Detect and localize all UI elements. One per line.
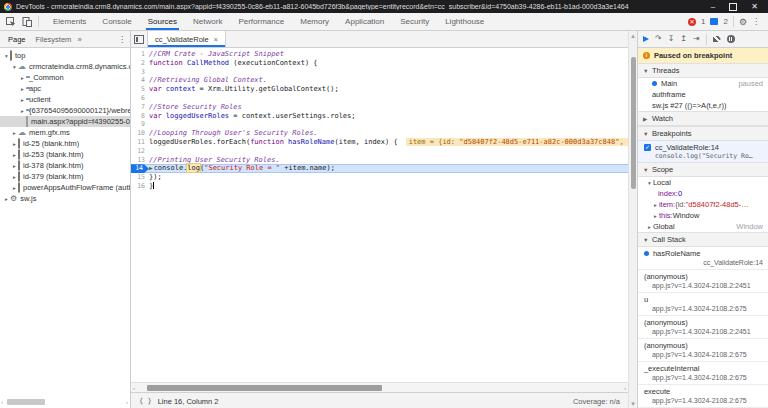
resume-script-icon[interactable] <box>643 36 649 42</box>
breakpoint-checkbox[interactable]: ✓ <box>644 144 651 151</box>
callstack-frame[interactable]: (anonymous)app.js?v=1.4.3024-2108.2:675 <box>638 339 768 362</box>
minimize-button[interactable]: – <box>711 2 715 11</box>
tree-arrow-icon[interactable]: ▾ <box>11 64 18 70</box>
code-line[interactable]: 12 <box>131 147 628 156</box>
line-number[interactable]: 15 <box>131 173 149 182</box>
tree-arrow-icon[interactable]: ▸ <box>11 141 18 147</box>
tree-arrow-icon[interactable]: ▸ <box>652 202 659 208</box>
tree-arrow-icon[interactable]: ▸ <box>11 174 18 180</box>
pause-on-exceptions-icon[interactable] <box>727 35 735 43</box>
callstack-frame[interactable]: uapp.js?v=1.4.3024-2108.2:675 <box>638 293 768 316</box>
scope-variable[interactable]: ▸item: {id: "d58407f2-48d5-… <box>638 199 768 210</box>
scrollbar-thumb[interactable] <box>631 57 636 189</box>
scope-local-group[interactable]: ▾Local <box>638 177 768 188</box>
section-callstack[interactable]: ▼Call Stack <box>638 232 768 247</box>
editor-hscrollbar[interactable]: ‹ › <box>131 382 628 392</box>
code-line[interactable]: 7//Store Security Roles <box>131 103 628 112</box>
tree-item[interactable]: ▸{637654095690000121}/webres <box>0 105 130 116</box>
sidebar-vscrollbar[interactable]: ▲ ▼ <box>628 31 638 408</box>
line-number[interactable]: 6 <box>131 94 149 103</box>
maximize-button[interactable] <box>729 3 737 11</box>
scope-global-group[interactable]: ▸GlobalWindow <box>638 221 768 232</box>
tree-item[interactable]: ▸id-25 (blank.htm) <box>0 138 130 149</box>
breakpoint-item[interactable]: ✓cc_ValidateRole:14console.log("Security… <box>638 141 768 162</box>
code-line[interactable]: 15}); <box>131 173 628 182</box>
tree-item[interactable]: main.aspx?appid=f4390255-0c <box>0 116 130 127</box>
code-line[interactable]: 9 <box>131 120 628 129</box>
tree-arrow-icon[interactable]: ▸ <box>19 75 26 81</box>
navigator-tab-filesystem[interactable]: Filesystem <box>32 35 76 44</box>
line-number[interactable]: 16 <box>131 182 149 191</box>
scrollbar-thumb[interactable] <box>147 385 382 391</box>
more-options-icon[interactable]: ⋮ <box>752 17 760 26</box>
close-button[interactable]: ✕ <box>751 2 758 11</box>
navigator-overflow-icon[interactable]: » <box>77 35 81 44</box>
tree-arrow-icon[interactable]: ▸ <box>646 224 653 230</box>
paused-line-number[interactable]: 14 <box>131 164 149 173</box>
device-toolbar-icon[interactable] <box>22 17 32 27</box>
tree-arrow-icon[interactable]: ▸ <box>11 130 18 136</box>
tree-item[interactable]: ▸id-378 (blank.htm) <box>0 160 130 171</box>
line-number[interactable]: 9 <box>131 120 149 129</box>
navigator-hscrollbar[interactable]: ‹ › <box>1 398 128 406</box>
section-threads[interactable]: ▼Threads <box>638 63 768 78</box>
code-line[interactable]: 10//Looping Through User's Security Role… <box>131 129 628 138</box>
scope-variable[interactable]: ▸this: Window <box>638 210 768 221</box>
tab-network[interactable]: Network <box>185 13 230 30</box>
line-number[interactable]: 2 <box>131 59 149 68</box>
code-line[interactable]: 6 <box>131 94 628 103</box>
line-number[interactable]: 12 <box>131 147 149 156</box>
deactivate-breakpoints-icon[interactable] <box>713 36 721 42</box>
scroll-down-icon[interactable]: ▼ <box>629 401 637 407</box>
tree-arrow-icon[interactable]: ▾ <box>646 180 653 186</box>
line-number[interactable]: 10 <box>131 129 149 138</box>
tab-application[interactable]: Application <box>337 13 392 30</box>
tree-item[interactable]: ▾top <box>0 50 130 61</box>
line-number[interactable]: 8 <box>131 112 149 121</box>
section-scope[interactable]: ▼Scope <box>638 162 768 177</box>
code-line[interactable]: 5var context = Xrm.Utility.getGlobalCont… <box>131 85 628 94</box>
step-over-icon[interactable]: ↷ <box>655 35 662 43</box>
callstack-frame[interactable]: hasRoleNamecc_ValidateRole:14 <box>638 247 768 270</box>
scope-variable[interactable]: index: 0 <box>638 188 768 199</box>
line-number[interactable]: 5 <box>131 85 149 94</box>
code-line[interactable]: 3 <box>131 68 628 77</box>
tree-item[interactable]: ▸_Common <box>0 72 130 83</box>
tree-arrow-icon[interactable]: ▾ <box>3 53 10 59</box>
code-line[interactable]: 11loggedUserRoles.forEach(function hasRo… <box>131 138 628 147</box>
tree-item[interactable]: ▸id-379 (blank.htm) <box>0 171 130 182</box>
tree-item[interactable]: ▸⚙sw.js <box>0 193 130 204</box>
tab-elements[interactable]: Elements <box>45 13 94 30</box>
section-watch[interactable]: ▶Watch <box>638 111 768 126</box>
tree-arrow-icon[interactable]: ▸ <box>11 185 18 191</box>
tree-item[interactable]: ▸id-253 (blank.htm) <box>0 149 130 160</box>
tab-security[interactable]: Security <box>392 13 437 30</box>
line-number[interactable]: 3 <box>131 68 149 77</box>
tree-arrow-icon[interactable]: ▸ <box>11 163 18 169</box>
error-badge-icon[interactable]: ✕ <box>688 18 696 26</box>
editor-tab[interactable]: cc_ValidateRole × <box>147 31 226 47</box>
line-number[interactable]: 4 <box>131 76 149 85</box>
tree-item[interactable]: ▸uclient <box>0 94 130 105</box>
callstack-frame[interactable]: executeapp.js?v=1.4.3024-2108.2:675 <box>638 385 768 408</box>
scrollbar-thumb[interactable] <box>7 399 45 405</box>
issues-icon[interactable] <box>710 18 718 25</box>
tab-memory[interactable]: Memory <box>292 13 337 30</box>
scroll-right-icon[interactable]: › <box>624 385 626 391</box>
tab-close-icon[interactable]: × <box>214 36 218 43</box>
line-number[interactable]: 1 <box>131 50 149 59</box>
thread-item[interactable]: authframe <box>638 89 768 100</box>
step-out-icon[interactable]: ↥ <box>680 35 687 43</box>
tree-arrow-icon[interactable]: ▸ <box>3 196 10 202</box>
code-line[interactable]: 14▶console.log("Security Role = " +item.… <box>131 164 628 173</box>
thread-item[interactable]: Mainpaused <box>638 78 768 89</box>
settings-gear-icon[interactable]: ⚙ <box>739 17 747 27</box>
code-editor[interactable]: 1//CRM Crate - JavaScript Snippet2functi… <box>131 48 628 382</box>
navigator-toggle-icon[interactable] <box>131 31 147 47</box>
line-number[interactable]: 7 <box>131 103 149 112</box>
callstack-frame[interactable]: (anonymous)app.js?v=1.4.3024-2108.2:2451 <box>638 270 768 293</box>
pretty-print-icon[interactable]: { } <box>139 397 152 405</box>
callstack-frame[interactable]: _executeInternalapp.js?v=1.4.3024-2108.2… <box>638 362 768 385</box>
tab-console[interactable]: Console <box>94 13 139 30</box>
tab-lighthouse[interactable]: Lighthouse <box>437 13 492 30</box>
